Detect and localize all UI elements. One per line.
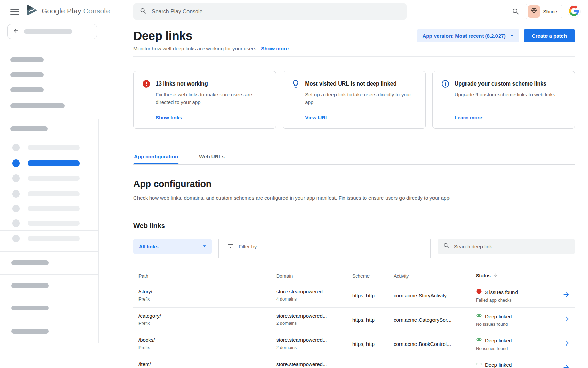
path-cell: /books/ Prefix — [138, 332, 276, 356]
path-cell: /item/ — [138, 356, 276, 368]
skeleton-section-label[interactable] — [11, 306, 49, 310]
skeleton-section-label[interactable] — [11, 283, 49, 288]
learn-more-link[interactable]: Learn more — [455, 114, 567, 120]
card-title: 13 links not working — [156, 79, 267, 88]
skeleton-bar — [28, 145, 80, 150]
info-icon — [441, 79, 455, 120]
show-links-link[interactable]: Show links — [156, 114, 267, 120]
sidebar-nav-item[interactable] — [0, 219, 99, 227]
all-links-dropdown[interactable]: All links — [133, 239, 212, 254]
main-content: Shrine Deep links — [99, 0, 588, 368]
card-text: Fix these web links to make sure users a… — [156, 91, 267, 106]
status-detail: No issues found — [476, 322, 559, 327]
column-header-path[interactable]: Path — [138, 273, 276, 283]
skeleton-section-label[interactable] — [11, 260, 49, 265]
sidebar-nav-item[interactable] — [0, 174, 99, 182]
card-upgrade-schemes: Upgrade your custom scheme links Upgrade… — [432, 71, 575, 129]
tab-app-configuration[interactable]: App configuration — [133, 150, 179, 164]
domain-cell: store.steampowered... 4 domains — [276, 283, 352, 307]
page-header-left: Deep links Monitor how well deep links a… — [133, 29, 289, 51]
app-avatar — [528, 5, 540, 18]
table-row[interactable]: /category/ Prefix store.steampowered... … — [133, 308, 575, 332]
deep-link-search[interactable] — [438, 239, 575, 254]
filter-by-button[interactable]: Filter by — [227, 239, 257, 254]
skeleton-section-label[interactable] — [11, 329, 49, 334]
google-g-icon — [569, 6, 579, 17]
domain-cell: store.steampowered... 2 domains — [276, 308, 352, 332]
skeleton-circle — [12, 190, 20, 198]
page-header-actions: App version: Most recent (8.2.027) Creat… — [417, 29, 575, 42]
table-row[interactable]: /books/ Prefix store.steampowered... 2 d… — [133, 332, 575, 356]
forward-arrow-icon — [562, 342, 570, 348]
status-cell: Deep linked — [476, 356, 559, 368]
divider — [0, 297, 99, 297]
diamond-icon — [530, 7, 538, 16]
card-body: Upgrade your custom scheme links Upgrade… — [455, 79, 567, 120]
deep-link-search-input[interactable] — [454, 244, 570, 249]
divider — [218, 239, 219, 258]
create-patch-button[interactable]: Create a patch — [524, 29, 575, 42]
web-links-heading: Web links — [133, 221, 575, 230]
activity-cell: com.acme.StoryActivity — [394, 292, 476, 299]
section-description: Check how web links, domains, and custom… — [133, 195, 575, 201]
filter-list-icon — [227, 243, 234, 250]
open-row-button[interactable] — [559, 339, 575, 348]
activity-cell: com.acme.CategorySor... — [394, 317, 476, 323]
app-logo[interactable]: Google Play Console — [26, 5, 110, 17]
domain-count: 2 domains — [276, 345, 352, 350]
table-row[interactable]: /story/ Prefix store.steampowered... 4 d… — [133, 283, 575, 308]
error-icon — [476, 288, 482, 296]
open-row-button[interactable] — [559, 291, 575, 300]
page-title: Deep links — [133, 29, 289, 43]
tab-web-urls[interactable]: Web URLs — [198, 150, 225, 164]
skeleton-bar — [28, 221, 80, 226]
lightbulb-icon — [291, 79, 305, 120]
card-links-not-working: 13 links not working Fix these web links… — [133, 71, 276, 129]
column-header-activity[interactable]: Activity — [394, 273, 476, 283]
path-value: /item/ — [138, 361, 276, 367]
show-more-link[interactable]: Show more — [261, 46, 289, 51]
filter-by-label: Filter by — [239, 244, 257, 249]
global-search[interactable] — [133, 3, 407, 20]
open-row-button[interactable] — [559, 364, 575, 368]
column-header-domain[interactable]: Domain — [276, 273, 352, 283]
divider — [133, 56, 575, 57]
divider — [0, 343, 99, 343]
status-label: 3 issues found — [485, 289, 518, 295]
card-title: Most visited URL is not deep linked — [305, 79, 417, 88]
open-row-button[interactable] — [559, 315, 575, 324]
skeleton-circle — [12, 205, 20, 212]
google-account-avatar[interactable] — [568, 5, 581, 18]
skeleton-bar — [28, 191, 80, 196]
forward-arrow-icon — [562, 366, 570, 368]
search-icon[interactable] — [511, 7, 520, 16]
table-row[interactable]: /item/ store.steampowered... Deep linked — [133, 356, 575, 368]
divider — [0, 251, 99, 252]
sidebar-nav-item[interactable] — [0, 144, 99, 151]
active-nav-bar — [28, 160, 80, 166]
domain-value: store.steampowered... — [276, 288, 352, 295]
status-cell: 3 issues found Failed app checks — [476, 283, 559, 307]
skeleton-bar — [28, 236, 80, 241]
app-version-selector[interactable]: App version: Most recent (8.2.027) — [417, 29, 519, 42]
topbar: Shrine — [99, 0, 588, 23]
column-header-status[interactable]: Status — [476, 273, 559, 283]
skeleton-circle — [12, 174, 20, 182]
sidebar-nav-item[interactable] — [0, 205, 99, 212]
play-console-logo-icon — [26, 5, 38, 17]
skeleton-bar — [10, 57, 44, 62]
card-title: Upgrade your custom scheme links — [455, 79, 567, 88]
insight-cards: 13 links not working Fix these web links… — [133, 71, 575, 129]
global-search-input[interactable] — [152, 9, 401, 15]
back-navigation[interactable] — [7, 24, 97, 39]
sidebar-nav-item[interactable] — [0, 235, 99, 242]
sidebar-nav-item-active[interactable] — [0, 159, 99, 167]
card-most-visited-url: Most visited URL is not deep linked Set … — [283, 71, 425, 129]
account-switcher[interactable]: Shrine — [526, 4, 562, 19]
divider — [0, 230, 99, 231]
activity-cell: com.acme.BookControl... — [394, 341, 476, 347]
view-url-link[interactable]: View URL — [305, 114, 417, 120]
column-header-scheme[interactable]: Scheme — [352, 273, 394, 283]
sidebar-nav-item[interactable] — [0, 190, 99, 198]
menu-icon[interactable] — [10, 9, 19, 15]
